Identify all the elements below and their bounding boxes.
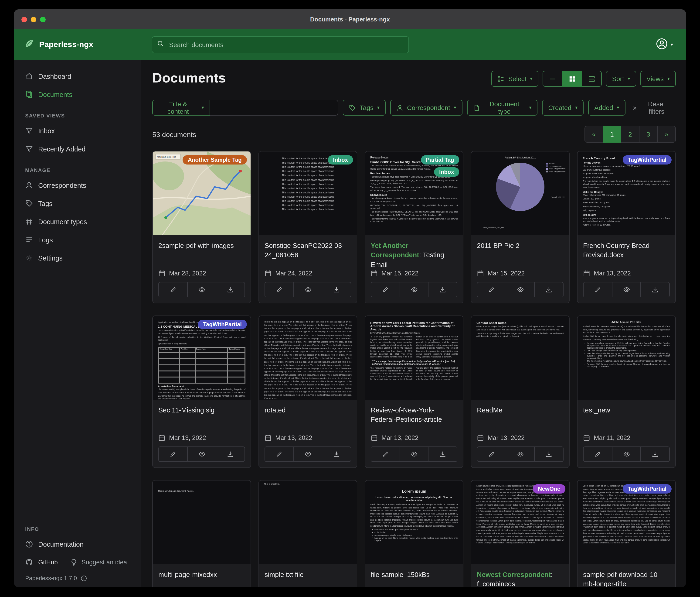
pagination-next-button[interactable]: » <box>657 126 676 143</box>
document-thumbnail[interactable]: This is a test file. <box>259 480 357 564</box>
view-list-button[interactable] <box>543 71 562 87</box>
document-title[interactable]: rotated <box>265 405 351 432</box>
brand[interactable]: Paperless-ngx <box>24 38 152 51</box>
zoom-button[interactable] <box>40 17 46 22</box>
view-button[interactable] <box>612 282 641 297</box>
filter-correspondent-button[interactable]: Correspondent ▾ <box>390 100 462 116</box>
download-button[interactable] <box>534 447 564 462</box>
pagination-page-1[interactable]: 1 <box>603 126 621 143</box>
download-button[interactable] <box>216 447 245 462</box>
document-title[interactable]: simple txt file <box>265 570 351 587</box>
document-title[interactable]: 2011 BP Pie 2 <box>477 241 564 268</box>
title-content-input[interactable] <box>210 100 339 116</box>
close-button[interactable] <box>21 17 27 22</box>
document-title[interactable]: 2sample-pdf-with-images <box>158 241 245 268</box>
download-button[interactable] <box>641 447 670 462</box>
document-title[interactable]: Yet Another Correspondent: Testing Email <box>371 241 457 268</box>
document-correspondent[interactable]: Yet Another Correspondent <box>371 242 419 259</box>
select-button[interactable]: Select ▾ <box>491 71 539 87</box>
sidebar-item-documents[interactable]: Documents <box>14 85 141 103</box>
document-title[interactable]: Sec 11-Missing sig <box>158 405 245 432</box>
download-button[interactable] <box>216 282 245 297</box>
sidebar-item-tags[interactable]: Tags <box>14 194 141 213</box>
tag-badge[interactable]: Inbox <box>328 155 353 165</box>
document-title[interactable]: sample-pdf-download-10-mb-longer-title <box>583 570 670 587</box>
sidebar-item-documentation[interactable]: Documentation <box>14 535 141 553</box>
view-button[interactable] <box>612 447 641 462</box>
sidebar-item-suggest-idea[interactable]: Suggest an idea <box>70 558 127 566</box>
user-menu-button[interactable]: ▾ <box>653 37 676 52</box>
document-thumbnail[interactable]: This is a multi page document. Page 1. <box>153 480 251 564</box>
info-circle-icon[interactable] <box>80 575 87 582</box>
pagination-page-2[interactable]: 2 <box>621 126 640 143</box>
sidebar-item-dashboard[interactable]: Dashboard <box>14 67 141 85</box>
document-correspondent[interactable]: Newest Correspondent <box>477 571 551 578</box>
filter-title-content-button[interactable]: Title & content ▾ <box>152 100 210 116</box>
view-button[interactable] <box>399 447 428 462</box>
edit-button[interactable] <box>371 447 400 462</box>
edit-button[interactable] <box>265 447 294 462</box>
view-grid-button[interactable] <box>562 71 582 87</box>
tag-badge[interactable]: TagWithPartial <box>198 320 247 329</box>
search-input[interactable] <box>168 40 404 49</box>
sidebar-item-recently-added[interactable]: Recently Added <box>14 140 141 158</box>
sidebar-item-correspondents[interactable]: Correspondents <box>14 176 141 194</box>
download-button[interactable] <box>428 282 457 297</box>
view-button[interactable] <box>187 447 216 462</box>
document-title[interactable]: file-sample_150kBs <box>371 570 457 587</box>
sidebar-item-settings[interactable]: Settings <box>14 249 141 267</box>
sidebar-item-document-types[interactable]: Document types <box>14 213 141 231</box>
document-thumbnail[interactable]: Adobe Acrobat PDF FilesAdobe® Portable D… <box>577 316 675 400</box>
document-title[interactable]: Newest Correspondent: f_combineds <box>477 570 564 587</box>
view-button[interactable] <box>293 447 322 462</box>
sort-button[interactable]: Sort ▾ <box>606 71 636 87</box>
tag-badge[interactable]: NewOne <box>533 484 566 494</box>
download-button[interactable] <box>641 282 670 297</box>
sidebar-item-inbox[interactable]: Inbox <box>14 122 141 140</box>
sidebar-item-github[interactable]: GitHub <box>25 558 58 566</box>
document-title[interactable]: ReadMe <box>477 405 564 432</box>
filter-added-button[interactable]: Added ▾ <box>588 100 625 116</box>
filter-document-type-button[interactable]: Document type ▾ <box>467 100 538 116</box>
edit-button[interactable] <box>158 282 188 297</box>
reset-filters-button[interactable]: × Reset filters <box>630 100 676 116</box>
download-button[interactable] <box>428 447 457 462</box>
document-title[interactable]: multi-page-mixedxx <box>158 570 245 587</box>
download-button[interactable] <box>322 447 351 462</box>
document-thumbnail[interactable]: Lorem ipsumLorem ipsum dolor sit amet, c… <box>365 480 463 564</box>
document-thumbnail[interactable]: Review of New York Federal Petitions for… <box>365 316 463 400</box>
document-thumbnail[interactable]: Patient BP Distribution 2011NormalPrehyp… <box>471 151 569 235</box>
document-title[interactable]: test_new <box>583 405 670 432</box>
document-thumbnail[interactable]: Contact Sheet DemoGiven a set of image f… <box>471 316 569 400</box>
pagination-prev-button[interactable]: « <box>584 126 603 143</box>
document-title[interactable]: French Country Bread Revised.docx <box>583 241 670 268</box>
edit-button[interactable] <box>477 282 506 297</box>
download-button[interactable] <box>322 282 351 297</box>
edit-button[interactable] <box>583 282 612 297</box>
view-button[interactable] <box>505 282 535 297</box>
edit-button[interactable] <box>477 447 506 462</box>
sidebar-item-logs[interactable]: Logs <box>14 231 141 249</box>
tag-badge[interactable]: TagWithPartial <box>623 484 672 494</box>
document-title[interactable]: Review-of-New-York-Federal-Petitions-art… <box>371 405 457 432</box>
edit-button[interactable] <box>158 447 188 462</box>
view-button[interactable] <box>293 282 322 297</box>
edit-button[interactable] <box>265 282 294 297</box>
view-button[interactable] <box>187 282 216 297</box>
filter-created-button[interactable]: Created ▾ <box>542 100 583 116</box>
view-button[interactable] <box>399 282 428 297</box>
pagination-page-3[interactable]: 3 <box>639 126 658 143</box>
view-details-button[interactable] <box>582 71 602 87</box>
edit-button[interactable] <box>583 447 612 462</box>
document-thumbnail[interactable]: This is the text that appears on the fir… <box>259 316 357 400</box>
view-button[interactable] <box>505 447 535 462</box>
tag-badge[interactable]: Partial Tag <box>421 155 459 165</box>
document-title[interactable]: Sonstige ScanPC2022 03-24_081058 <box>265 241 351 268</box>
tag-badge[interactable]: Another Sample Tag <box>182 155 247 165</box>
edit-button[interactable] <box>371 282 400 297</box>
tag-badge[interactable]: TagWithPartial <box>623 155 672 165</box>
minimize-button[interactable] <box>31 17 36 22</box>
views-button[interactable]: Views ▾ <box>641 71 676 87</box>
tag-badge[interactable]: Inbox <box>434 167 459 176</box>
search-box[interactable] <box>152 36 409 53</box>
